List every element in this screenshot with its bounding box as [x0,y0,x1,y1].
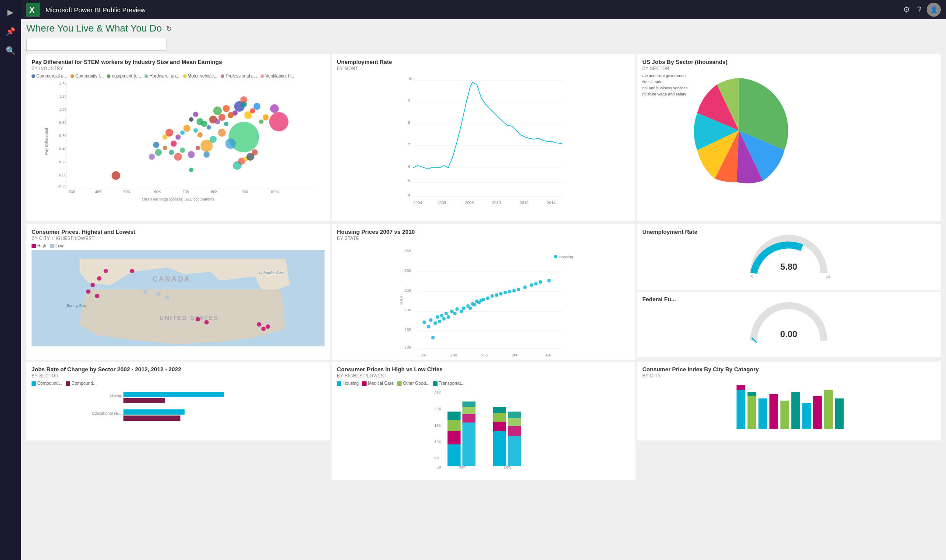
unemp-gauge-tile: Unemployment Rate 5.80 0 12 [637,224,941,290]
svg-point-52 [259,120,264,124]
svg-point-44 [213,106,222,115]
svg-text:2010: 2010 [399,296,403,305]
housing-subtitle: BY STATE [337,236,630,241]
app-title: Microsoft Power BI Public Preview [46,6,145,14]
svg-point-66 [174,153,182,161]
dashboard-title: Where You Live & What You Do [26,23,162,34]
svg-rect-192 [448,412,461,420]
svg-text:350: 350 [405,249,411,253]
svg-text:7: 7 [408,142,410,147]
svg-point-23 [112,171,120,180]
legend-low: Low [50,243,64,248]
svg-point-46 [233,110,238,116]
svg-rect-201 [462,402,476,407]
legend-item-7: Ventilation, h... [261,74,294,78]
svg-point-65 [204,151,210,158]
svg-point-156 [486,296,490,300]
pie-chart [695,74,783,187]
jobs-bar-subtitle: BY SECTOR [32,373,325,378]
svg-point-142 [447,315,450,319]
refresh-icon[interactable]: ↻ [166,25,172,33]
svg-point-140 [442,317,446,321]
sidebar-expand-icon[interactable]: ▶ [2,4,19,21]
help-icon[interactable]: ? [917,5,921,14]
svg-point-56 [270,104,279,113]
svg-point-40 [197,118,204,125]
right-column: Unemployment Rate 5.80 0 12 [637,224,941,360]
svg-point-36 [224,122,229,126]
svg-rect-208 [747,396,756,429]
gauge-svg: 5.80 0 12 [745,238,833,278]
svg-point-101 [104,269,108,273]
main-area: X Microsoft Power BI Public Preview ⚙ ? … [21,0,946,560]
svg-point-160 [504,291,507,294]
legend-item-3: equipment (e... [107,74,141,78]
svg-point-147 [462,306,466,310]
sidebar-pin-icon[interactable]: 📌 [2,23,19,40]
svg-text:15K: 15K [434,423,441,428]
svg-point-41 [162,134,168,140]
search-input[interactable] [26,38,166,51]
svg-rect-212 [780,401,789,429]
svg-point-51 [254,103,261,110]
svg-text:20K: 20K [434,407,441,411]
svg-point-105 [95,294,99,298]
svg-point-34 [215,119,220,124]
svg-rect-180 [124,409,185,415]
svg-text:0.20: 0.20 [59,160,67,164]
svg-point-61 [218,129,226,137]
svg-point-24 [189,168,194,172]
svg-rect-189 [448,444,461,466]
sidebar-search-icon[interactable]: 🔍 [2,42,19,60]
consumer-map-subtitle: BY CITY, HIGHEST/LOWEST [32,236,325,241]
svg-point-113 [156,292,161,296]
svg-point-112 [143,289,148,294]
consumer-index-tile: Consumer Price Index By City By Catagory… [637,362,941,440]
svg-point-137 [436,315,439,319]
svg-text:1.40: 1.40 [59,81,67,85]
unemployment-chart: 10 9 8 7 6 5 4 2004 2006 2008 2010 2012 … [337,74,630,205]
federal-gauge-svg: 0.00 [745,306,833,345]
hl-legend-1: Housing [337,381,359,386]
content-area: Where You Live & What You Do ↻ Pay Diffe… [21,19,946,560]
consumer-index-title: Consumer Price Index By City By Catagory [642,366,935,373]
jobs-legend-1: Compound... [32,381,62,386]
pie-legend-1: ate and local government [642,74,695,78]
settings-icon[interactable]: ⚙ [903,5,910,14]
svg-point-164 [523,285,527,289]
svg-point-141 [445,312,448,315]
consumer-map-title: Consumer Prices. Highest and Lowest [32,229,325,235]
unemp-gauge-title: Unemployment Rate [642,229,935,235]
map-container: CANADA UNITED STATES Bering Sea Labrador… [32,250,325,346]
scatter-legend: Commercial a... Community f... equipment… [32,74,325,78]
svg-text:90K: 90K [242,190,249,194]
svg-point-45 [223,105,230,112]
jobs-bar-tile: Jobs Rate of Change by Sector 2002 - 201… [26,362,330,440]
svg-text:200: 200 [405,308,411,312]
user-avatar[interactable]: 👤 [927,3,941,17]
svg-point-162 [512,289,516,292]
svg-point-106 [130,269,134,273]
svg-point-143 [450,310,454,313]
svg-text:0.00: 0.00 [59,173,67,177]
unemployment-title: Unemployment Rate [337,59,630,65]
svg-text:100K: 100K [270,190,279,194]
svg-text:X: X [29,6,35,14]
svg-point-151 [473,303,477,306]
sidebar: ▶ 📌 🔍 [0,0,21,560]
svg-point-168 [547,279,551,282]
svg-text:12: 12 [826,274,830,278]
svg-rect-206 [736,390,745,429]
svg-text:Pay Differential: Pay Differential [44,128,49,155]
svg-text:0.40: 0.40 [59,147,67,151]
svg-point-27 [176,134,181,140]
svg-text:10: 10 [408,77,413,81]
svg-point-108 [205,320,209,324]
consumer-hl-title: Consumer Prices in High vs Low Cities [337,366,630,373]
svg-text:100: 100 [405,345,411,349]
consumer-index-chart [642,381,935,438]
svg-rect-191 [448,420,461,431]
svg-rect-211 [769,394,778,429]
svg-point-32 [207,125,211,130]
legend-item-5: Motor vehicle... [183,74,218,78]
